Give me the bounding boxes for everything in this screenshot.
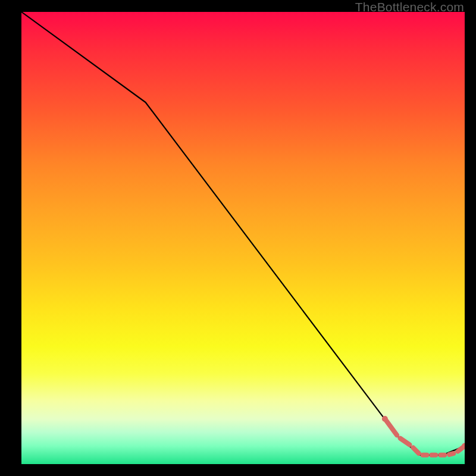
svg-line-2	[413, 448, 418, 453]
plot-area	[21, 12, 465, 464]
flat-highlight-series	[382, 416, 465, 455]
svg-line-7	[458, 447, 463, 452]
svg-line-1	[400, 439, 410, 445]
watermark-text: TheBottleneck.com	[355, 0, 464, 14]
stage: TheBottleneck.com	[0, 0, 476, 476]
curve-line	[21, 12, 465, 455]
svg-line-6	[449, 453, 453, 455]
svg-line-0	[386, 421, 397, 435]
plot-overlay-svg	[21, 12, 465, 464]
svg-point-8	[382, 416, 388, 422]
